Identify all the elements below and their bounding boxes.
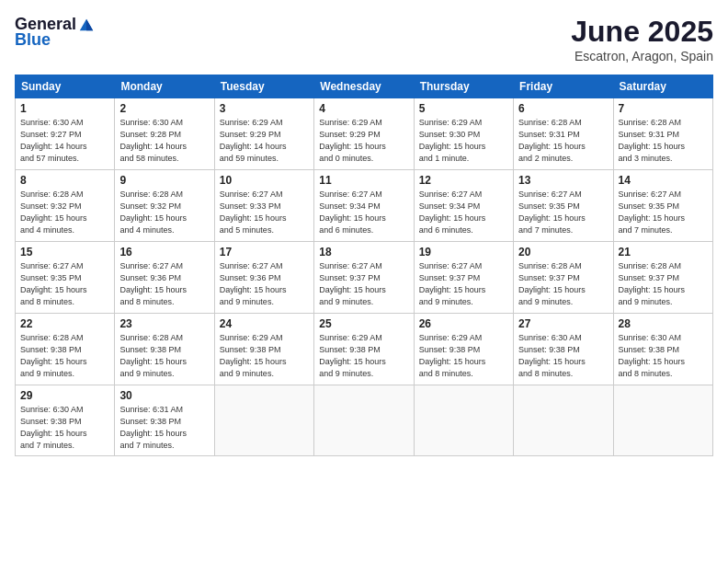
day-number: 19 bbox=[419, 246, 508, 259]
calendar-header-row: Sunday Monday Tuesday Wednesday Thursday… bbox=[16, 75, 713, 98]
day-number: 6 bbox=[518, 102, 608, 115]
table-row: 3Sunrise: 6:29 AM Sunset: 9:29 PM Daylig… bbox=[214, 98, 313, 170]
day-info: Sunrise: 6:28 AM Sunset: 9:31 PM Dayligh… bbox=[619, 117, 708, 165]
table-row: 7Sunrise: 6:28 AM Sunset: 9:31 PM Daylig… bbox=[613, 98, 712, 170]
table-row bbox=[214, 385, 313, 456]
table-row: 11Sunrise: 6:27 AM Sunset: 9:34 PM Dayli… bbox=[314, 170, 414, 242]
table-row: 4Sunrise: 6:29 AM Sunset: 9:29 PM Daylig… bbox=[314, 98, 414, 170]
day-number: 23 bbox=[119, 317, 209, 330]
day-info: Sunrise: 6:28 AM Sunset: 9:37 PM Dayligh… bbox=[619, 260, 708, 308]
day-info: Sunrise: 6:30 AM Sunset: 9:38 PM Dayligh… bbox=[20, 404, 109, 452]
day-number: 5 bbox=[419, 102, 508, 115]
day-info: Sunrise: 6:28 AM Sunset: 9:38 PM Dayligh… bbox=[20, 332, 109, 380]
day-info: Sunrise: 6:30 AM Sunset: 9:28 PM Dayligh… bbox=[119, 117, 209, 165]
table-row: 10Sunrise: 6:27 AM Sunset: 9:33 PM Dayli… bbox=[214, 170, 313, 242]
day-info: Sunrise: 6:28 AM Sunset: 9:38 PM Dayligh… bbox=[119, 332, 209, 380]
table-row: 17Sunrise: 6:27 AM Sunset: 9:36 PM Dayli… bbox=[214, 242, 313, 314]
day-number: 13 bbox=[518, 174, 608, 187]
table-row: 19Sunrise: 6:27 AM Sunset: 9:37 PM Dayli… bbox=[414, 242, 513, 314]
day-info: Sunrise: 6:28 AM Sunset: 9:32 PM Dayligh… bbox=[119, 189, 209, 236]
day-number: 9 bbox=[119, 174, 209, 187]
table-row bbox=[514, 385, 613, 456]
day-info: Sunrise: 6:28 AM Sunset: 9:31 PM Dayligh… bbox=[518, 117, 608, 165]
day-info: Sunrise: 6:27 AM Sunset: 9:36 PM Dayligh… bbox=[119, 260, 209, 308]
day-number: 10 bbox=[220, 174, 309, 187]
table-row: 12Sunrise: 6:27 AM Sunset: 9:34 PM Dayli… bbox=[414, 170, 513, 242]
table-row: 5Sunrise: 6:29 AM Sunset: 9:30 PM Daylig… bbox=[414, 98, 513, 170]
col-tuesday: Tuesday bbox=[214, 75, 313, 98]
day-number: 7 bbox=[619, 102, 708, 115]
table-row: 16Sunrise: 6:27 AM Sunset: 9:36 PM Dayli… bbox=[115, 242, 214, 314]
main-title: June 2025 bbox=[571, 15, 713, 49]
calendar-table: Sunday Monday Tuesday Wednesday Thursday… bbox=[15, 75, 713, 456]
col-thursday: Thursday bbox=[414, 75, 513, 98]
table-row bbox=[613, 385, 712, 456]
table-row bbox=[414, 385, 513, 456]
day-number: 20 bbox=[518, 246, 608, 259]
day-info: Sunrise: 6:27 AM Sunset: 9:35 PM Dayligh… bbox=[619, 189, 708, 236]
col-saturday: Saturday bbox=[613, 75, 712, 98]
table-row: 14Sunrise: 6:27 AM Sunset: 9:35 PM Dayli… bbox=[613, 170, 712, 242]
table-row: 23Sunrise: 6:28 AM Sunset: 9:38 PM Dayli… bbox=[115, 314, 214, 385]
day-info: Sunrise: 6:29 AM Sunset: 9:30 PM Dayligh… bbox=[419, 117, 508, 165]
day-info: Sunrise: 6:31 AM Sunset: 9:38 PM Dayligh… bbox=[119, 404, 209, 452]
table-row: 29Sunrise: 6:30 AM Sunset: 9:38 PM Dayli… bbox=[16, 385, 115, 456]
col-friday: Friday bbox=[514, 75, 613, 98]
table-row: 21Sunrise: 6:28 AM Sunset: 9:37 PM Dayli… bbox=[613, 242, 712, 314]
day-info: Sunrise: 6:27 AM Sunset: 9:35 PM Dayligh… bbox=[518, 189, 608, 236]
day-info: Sunrise: 6:29 AM Sunset: 9:29 PM Dayligh… bbox=[220, 117, 309, 165]
day-info: Sunrise: 6:29 AM Sunset: 9:29 PM Dayligh… bbox=[319, 117, 408, 165]
logo: General Blue bbox=[15, 15, 95, 50]
day-info: Sunrise: 6:29 AM Sunset: 9:38 PM Dayligh… bbox=[319, 332, 408, 380]
table-row: 25Sunrise: 6:29 AM Sunset: 9:38 PM Dayli… bbox=[314, 314, 414, 385]
table-row: 6Sunrise: 6:28 AM Sunset: 9:31 PM Daylig… bbox=[514, 98, 613, 170]
table-row: 22Sunrise: 6:28 AM Sunset: 9:38 PM Dayli… bbox=[16, 314, 115, 385]
subtitle: Escatron, Aragon, Spain bbox=[571, 49, 713, 63]
day-number: 28 bbox=[619, 317, 708, 330]
day-number: 17 bbox=[220, 246, 309, 259]
day-info: Sunrise: 6:30 AM Sunset: 9:27 PM Dayligh… bbox=[20, 117, 109, 165]
day-info: Sunrise: 6:27 AM Sunset: 9:37 PM Dayligh… bbox=[419, 260, 508, 308]
day-number: 11 bbox=[319, 174, 408, 187]
day-number: 14 bbox=[619, 174, 708, 187]
logo-blue-text: Blue bbox=[15, 30, 51, 50]
table-row: 26Sunrise: 6:29 AM Sunset: 9:38 PM Dayli… bbox=[414, 314, 513, 385]
table-row: 8Sunrise: 6:28 AM Sunset: 9:32 PM Daylig… bbox=[16, 170, 115, 242]
day-number: 3 bbox=[220, 102, 309, 115]
day-number: 15 bbox=[20, 246, 109, 259]
table-row bbox=[314, 385, 414, 456]
day-info: Sunrise: 6:27 AM Sunset: 9:37 PM Dayligh… bbox=[319, 260, 408, 308]
table-row: 15Sunrise: 6:27 AM Sunset: 9:35 PM Dayli… bbox=[16, 242, 115, 314]
day-number: 22 bbox=[20, 317, 109, 330]
day-number: 18 bbox=[319, 246, 408, 259]
day-info: Sunrise: 6:27 AM Sunset: 9:34 PM Dayligh… bbox=[319, 189, 408, 236]
col-sunday: Sunday bbox=[16, 75, 115, 98]
day-number: 2 bbox=[119, 102, 209, 115]
table-row: 27Sunrise: 6:30 AM Sunset: 9:38 PM Dayli… bbox=[514, 314, 613, 385]
day-number: 12 bbox=[419, 174, 508, 187]
day-number: 26 bbox=[419, 317, 508, 330]
day-info: Sunrise: 6:29 AM Sunset: 9:38 PM Dayligh… bbox=[419, 332, 508, 380]
table-row: 30Sunrise: 6:31 AM Sunset: 9:38 PM Dayli… bbox=[115, 385, 214, 456]
table-row: 28Sunrise: 6:30 AM Sunset: 9:38 PM Dayli… bbox=[613, 314, 712, 385]
day-info: Sunrise: 6:28 AM Sunset: 9:37 PM Dayligh… bbox=[518, 260, 608, 308]
day-number: 24 bbox=[220, 317, 309, 330]
table-row: 9Sunrise: 6:28 AM Sunset: 9:32 PM Daylig… bbox=[115, 170, 214, 242]
table-row: 24Sunrise: 6:29 AM Sunset: 9:38 PM Dayli… bbox=[214, 314, 313, 385]
col-monday: Monday bbox=[115, 75, 214, 98]
table-row: 13Sunrise: 6:27 AM Sunset: 9:35 PM Dayli… bbox=[514, 170, 613, 242]
day-number: 29 bbox=[20, 389, 109, 402]
title-block: June 2025 Escatron, Aragon, Spain bbox=[571, 15, 713, 63]
svg-marker-1 bbox=[86, 18, 93, 30]
day-info: Sunrise: 6:29 AM Sunset: 9:38 PM Dayligh… bbox=[220, 332, 309, 380]
page-header: General Blue June 2025 Escatron, Aragon,… bbox=[15, 15, 713, 63]
day-info: Sunrise: 6:27 AM Sunset: 9:33 PM Dayligh… bbox=[220, 189, 309, 236]
day-info: Sunrise: 6:27 AM Sunset: 9:35 PM Dayligh… bbox=[20, 260, 109, 308]
day-number: 8 bbox=[20, 174, 109, 187]
day-number: 30 bbox=[119, 389, 209, 402]
day-number: 1 bbox=[20, 102, 109, 115]
table-row: 2Sunrise: 6:30 AM Sunset: 9:28 PM Daylig… bbox=[115, 98, 214, 170]
day-info: Sunrise: 6:28 AM Sunset: 9:32 PM Dayligh… bbox=[20, 189, 109, 236]
col-wednesday: Wednesday bbox=[314, 75, 414, 98]
table-row: 20Sunrise: 6:28 AM Sunset: 9:37 PM Dayli… bbox=[514, 242, 613, 314]
